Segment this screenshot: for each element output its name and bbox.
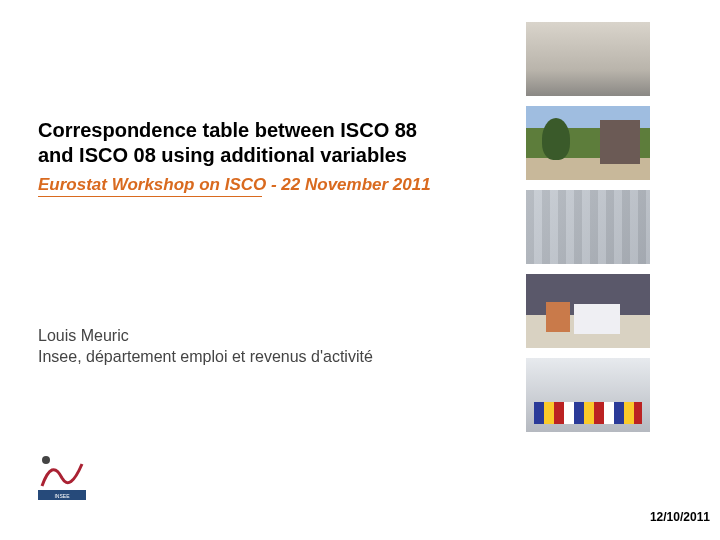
thumb-image-5 [526, 358, 650, 432]
author-name: Louis Meuric [38, 326, 458, 347]
thumb-image-4 [526, 274, 650, 348]
slide-title: Correspondence table between ISCO 88 and… [38, 118, 458, 168]
svg-text:INSEE: INSEE [54, 493, 70, 499]
slide-content: Correspondence table between ISCO 88 and… [38, 118, 458, 368]
thumb-image-2 [526, 106, 650, 180]
thumb-image-3 [526, 190, 650, 264]
slide-subtitle: Eurostat Workshop on ISCO - 22 November … [38, 174, 458, 196]
thumb-image-1 [526, 22, 650, 96]
slide-subtitle-wrap: Eurostat Workshop on ISCO - 22 November … [38, 174, 458, 196]
thumbnail-column [526, 22, 650, 432]
svg-point-1 [42, 456, 50, 464]
subtitle-underline [38, 196, 262, 197]
author-block: Louis Meuric Insee, département emploi e… [38, 326, 458, 368]
insee-logo: INSEE [36, 450, 88, 502]
slide-date: 12/10/2011 [650, 510, 710, 524]
author-affiliation: Insee, département emploi et revenus d'a… [38, 347, 458, 368]
